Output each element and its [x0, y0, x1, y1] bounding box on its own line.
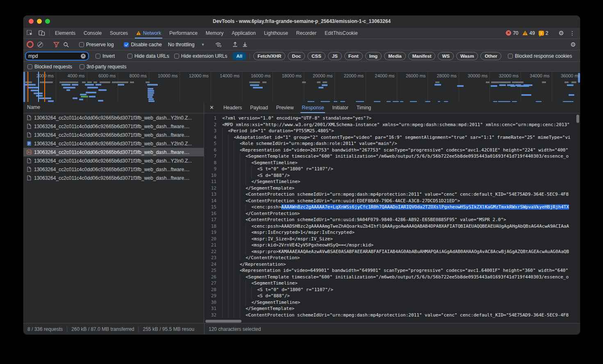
code-line: 31</SegmentTemplate> — [204, 305, 580, 312]
blocked-response-cookies-checkbox[interactable]: Blocked response cookies — [508, 53, 572, 59]
waterfall-bar — [25, 81, 32, 83]
tab-lighthouse[interactable]: Lighthouse — [260, 27, 292, 38]
warning-count-badge[interactable]: 49 — [522, 30, 535, 36]
chip-css[interactable]: CSS — [307, 52, 325, 60]
detail-tab-response[interactable]: Response — [298, 102, 328, 113]
chip-wasm[interactable]: Wasm — [456, 52, 478, 60]
record-icon[interactable] — [27, 41, 34, 48]
import-har-icon[interactable] — [232, 41, 238, 47]
indent-guide — [228, 255, 234, 261]
more-options-icon[interactable]: ⋮ — [568, 30, 577, 36]
third-party-requests-checkbox[interactable]: 3rd-party requests — [80, 64, 126, 70]
response-body[interactable]: 1<?xml version="1.0" encoding="UTF-8" st… — [204, 113, 580, 319]
tab-recorder[interactable]: Recorder — [292, 27, 321, 38]
network-conditions-icon[interactable] — [215, 41, 222, 47]
disable-cache-checkbox[interactable]: Disable cache — [124, 42, 162, 47]
search-icon[interactable] — [63, 42, 69, 47]
chip-ws[interactable]: WS — [438, 52, 454, 60]
table-row[interactable]: 13063264_cc2c011c4c0dd06c92665b6d3071f3f… — [23, 131, 204, 139]
waterfall-bar — [31, 90, 38, 91]
indent-guide — [246, 229, 251, 236]
detail-tab-payload[interactable]: Payload — [246, 102, 272, 113]
indent-guide — [228, 172, 234, 179]
tab-sources[interactable]: Sources — [106, 27, 132, 38]
indent-guide — [240, 242, 246, 249]
chip-font[interactable]: Font — [344, 52, 363, 60]
checkbox-checked[interactable] — [124, 42, 129, 47]
checkbox[interactable] — [127, 54, 132, 59]
filter-input[interactable]: mpd ✕ — [26, 52, 88, 60]
checkbox[interactable] — [79, 42, 84, 47]
error-count-badge[interactable]: ✕ 70 — [506, 30, 518, 36]
table-row[interactable]: 13063264_cc2c011c4c0dd06c92665b6d3071f3f… — [23, 174, 204, 182]
chip-other[interactable]: Other — [480, 52, 501, 60]
checkbox[interactable] — [508, 54, 513, 59]
checkbox[interactable] — [27, 64, 32, 69]
hide-data-urls-checkbox[interactable]: Hide data URLs — [127, 53, 169, 59]
tab-elements[interactable]: Elements — [51, 27, 80, 38]
chip-fetch-xhr[interactable]: Fetch/XHR — [253, 52, 285, 60]
code-text: <SegmentTemplate timescale="600" initial… — [221, 274, 580, 280]
code-text: <Representation id="video=649901" bandwi… — [221, 267, 580, 274]
tab-editthiscookie[interactable]: EditThisCookie — [321, 27, 362, 38]
indent-guide — [234, 140, 239, 147]
detail-tab-headers[interactable]: Headers — [219, 102, 246, 113]
filter-input-value: mpd — [28, 53, 81, 59]
chip-js[interactable]: JS — [328, 52, 342, 60]
horizontal-scrollbar-thumb[interactable] — [205, 320, 241, 323]
table-row[interactable]: 13063264_cc2c011c4c0dd06c92665b6d3071f3f… — [23, 165, 204, 174]
code-text: </SegmentTimeline> — [221, 179, 580, 185]
tab-console[interactable]: Console — [80, 27, 106, 38]
chip-all[interactable]: All — [232, 52, 246, 60]
blocked-requests-checkbox[interactable]: Blocked requests — [27, 64, 72, 70]
indent-guide — [228, 293, 234, 299]
device-toolbar-icon[interactable] — [36, 27, 48, 38]
tab-memory[interactable]: Memory — [202, 27, 228, 38]
table-row[interactable]: 13063264_cc2c011c4c0dd06c92665b6d3071f3f… — [23, 122, 204, 131]
timeline-overview[interactable]: 2000 ms4000 ms6000 ms8000 ms10000 ms1200… — [23, 72, 580, 104]
network-settings-icon[interactable]: ⚙ — [571, 41, 576, 47]
export-har-icon[interactable] — [242, 41, 248, 47]
checkbox[interactable] — [96, 54, 100, 59]
detail-tab-timing[interactable]: Timing — [353, 102, 375, 113]
checkbox[interactable] — [80, 64, 84, 69]
minimize-window-button[interactable] — [37, 19, 42, 24]
indent-guide — [228, 140, 234, 147]
tab-network[interactable]: Network — [132, 27, 165, 38]
throttling-select[interactable]: No throttling ▼ — [168, 42, 205, 47]
table-row[interactable]: 13063264_cc2c011c4c0dd06c92665b6d3071f3f… — [23, 113, 204, 122]
close-icon[interactable]: ✕ — [204, 102, 219, 113]
indent-guide — [228, 280, 234, 287]
checkbox[interactable] — [174, 54, 179, 59]
main-area: Name 13063264_cc2c011c4c0dd06c92665b6d30… — [23, 102, 580, 323]
table-row[interactable]: 13063264_cc2c011c4c0dd06c92665b6d3071f3f… — [23, 148, 204, 156]
clear-input-icon[interactable]: ✕ — [81, 54, 86, 59]
tab-application[interactable]: Application — [228, 27, 260, 38]
settings-icon[interactable]: ⚙ — [559, 30, 564, 36]
close-window-button[interactable] — [29, 19, 34, 24]
chip-doc[interactable]: Doc — [288, 52, 305, 60]
vertical-scrollbar-thumb[interactable] — [576, 115, 579, 123]
chip-media[interactable]: Media — [384, 52, 406, 60]
waterfall-bar — [435, 81, 439, 83]
name-column-header[interactable]: Name — [23, 102, 204, 113]
detail-tab-initiator[interactable]: Initiator — [328, 102, 352, 113]
table-row[interactable]: 13063264_cc2c011c4c0dd06c92665b6d3071f3f… — [23, 156, 204, 165]
waterfall-bar — [148, 88, 153, 90]
tab-performance[interactable]: Performance — [165, 27, 202, 38]
issues-count-badge[interactable]: ! 2 — [539, 30, 548, 36]
chip-manifest[interactable]: Manifest — [408, 52, 436, 60]
chip-img[interactable]: Img — [365, 52, 382, 60]
timeline-tick-label: 28000 ms — [428, 73, 457, 78]
inspect-element-icon[interactable] — [23, 27, 36, 38]
hide-extension-urls-checkbox[interactable]: Hide extension URLs — [174, 53, 228, 59]
clear-icon[interactable] — [37, 42, 43, 47]
table-row[interactable]: 13063264_cc2c011c4c0dd06c92665b6d3071f3f… — [23, 139, 204, 148]
detail-tab-preview[interactable]: Preview — [272, 102, 298, 113]
zoom-window-button[interactable] — [45, 19, 50, 24]
preserve-log-checkbox[interactable]: Preserve log — [79, 42, 114, 47]
invert-checkbox[interactable]: Invert — [96, 53, 115, 59]
filter-icon[interactable] — [53, 42, 59, 47]
timeline-tick-label: 30000 ms — [459, 73, 487, 78]
waterfall-bar — [59, 81, 78, 83]
